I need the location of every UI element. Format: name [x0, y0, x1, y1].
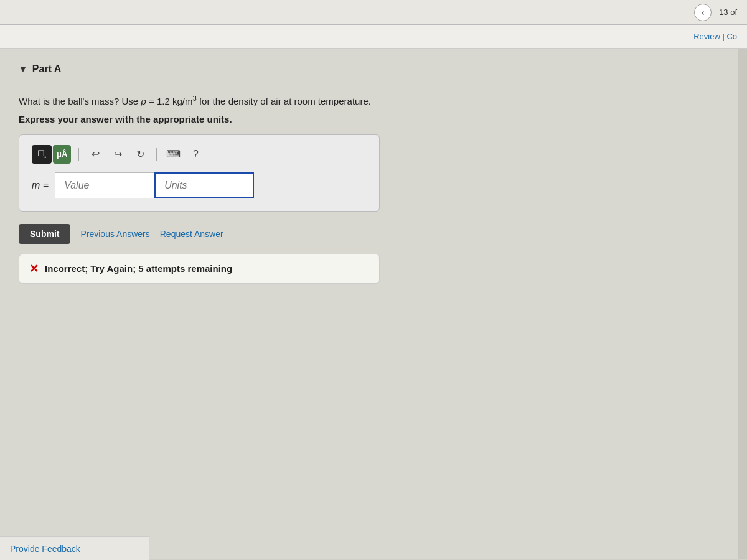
submit-row: Submit Previous Answers Request Answer: [19, 224, 380, 244]
provide-feedback-link[interactable]: Provide Feedback: [10, 544, 80, 554]
previous-answers-link[interactable]: Previous Answers: [80, 229, 149, 239]
undo-icon: ↩: [92, 148, 100, 160]
part-header: ▼ Part A: [19, 63, 728, 75]
question-instruction: Express your answer with the appropriate…: [19, 114, 728, 124]
incorrect-icon: ✕: [29, 262, 39, 276]
input-row: m =: [32, 172, 367, 198]
template-icon-group: ☐▪ μÅ: [32, 145, 71, 164]
help-icon: ?: [193, 149, 199, 160]
top-bar-right: ‹ 13 of: [694, 4, 737, 21]
mu-button[interactable]: μÅ: [53, 145, 71, 164]
secondary-bar: Review | Co: [0, 25, 747, 49]
main-content: ▼ Part A What is the ball's mass? Use ρ …: [0, 49, 747, 559]
toolbar-separator-2: [156, 148, 157, 161]
incorrect-box: ✕ Incorrect; Try Again; 5 attempts remai…: [19, 254, 380, 284]
mu-label: μÅ: [57, 149, 67, 159]
part-title: Part A: [32, 63, 62, 75]
keyboard-button[interactable]: ⌨: [164, 146, 182, 163]
redo-button[interactable]: ↪: [109, 146, 126, 163]
undo-button[interactable]: ↩: [87, 146, 104, 163]
top-bar: ‹ 13 of: [0, 0, 747, 25]
right-scrollbar[interactable]: [738, 49, 747, 559]
toolbar-separator-1: [78, 148, 79, 161]
request-answer-link[interactable]: Request Answer: [160, 229, 223, 239]
refresh-button[interactable]: ↻: [131, 146, 149, 163]
submit-button[interactable]: Submit: [19, 224, 70, 244]
collapse-arrow-icon[interactable]: ▼: [19, 64, 27, 74]
review-link[interactable]: Review | Co: [693, 32, 737, 41]
value-input[interactable]: [55, 172, 154, 198]
help-button[interactable]: ?: [187, 146, 204, 163]
redo-icon: ↪: [114, 148, 122, 160]
provide-feedback-bar: Provide Feedback: [0, 536, 149, 560]
template-icon[interactable]: ☐▪: [32, 145, 52, 164]
back-button[interactable]: ‹: [694, 4, 712, 21]
units-input[interactable]: [154, 172, 254, 198]
page-counter: 13 of: [719, 7, 737, 17]
template-glyph: ☐▪: [37, 149, 47, 160]
keyboard-icon: ⌨: [166, 148, 181, 160]
question-text: What is the ball's mass? Use ρ = 1.2 kg/…: [19, 93, 728, 109]
back-icon: ‹: [702, 7, 705, 17]
question-box: What is the ball's mass? Use ρ = 1.2 kg/…: [19, 87, 728, 296]
incorrect-text: Incorrect; Try Again; 5 attempts remaini…: [45, 263, 232, 274]
answer-container: ☐▪ μÅ ↩ ↪ ↻ ⌨: [19, 134, 380, 212]
answer-toolbar: ☐▪ μÅ ↩ ↪ ↻ ⌨: [32, 145, 367, 164]
m-label: m =: [32, 180, 49, 191]
refresh-icon: ↻: [136, 148, 144, 160]
